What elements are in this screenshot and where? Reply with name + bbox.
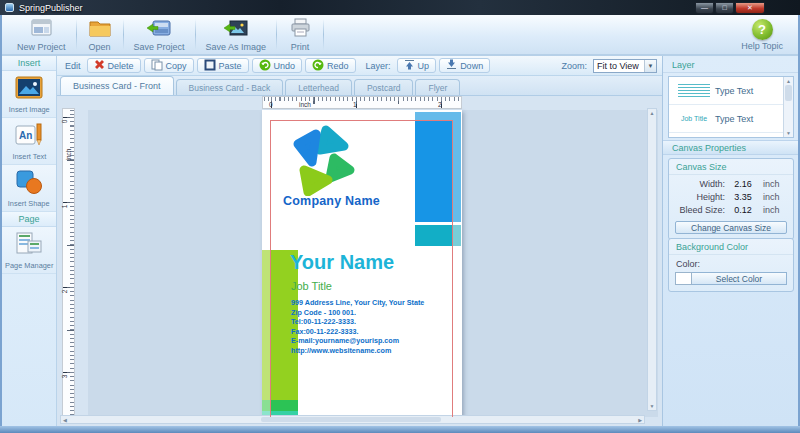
scroll-up-icon[interactable]: ▲ [784,78,793,84]
insert-text-button[interactable]: An Insert Text [2,118,56,165]
print-button[interactable]: Print [278,16,322,53]
canvas-properties-header: Canvas Properties [663,140,798,155]
copy-button[interactable]: Copy [144,58,194,73]
business-card-page[interactable]: Company Name Your Name Job Title 999 Add… [262,110,462,417]
select-color-button[interactable]: Select Color [692,272,787,285]
toolbar-separator [76,19,77,50]
maximize-button[interactable]: □ [715,2,734,14]
scroll-left-icon[interactable]: ◀ [63,417,67,423]
scrollbar-thumb[interactable] [785,85,792,101]
scroll-right-icon[interactable]: ▶ [638,417,642,423]
layer-thumbnail [673,84,715,97]
page-manager-label: Page Manager [5,261,53,269]
scroll-down-icon[interactable]: ▼ [648,403,656,409]
tab-letterhead[interactable]: Letterhead [285,79,352,95]
background-color-swatch[interactable] [675,272,692,285]
insert-text-icon: An [14,122,44,150]
new-project-icon [28,17,54,41]
redo-button[interactable]: Redo [305,58,356,73]
scroll-down-icon[interactable]: ▼ [784,130,793,136]
company-logo[interactable] [288,120,362,200]
delete-label: Delete [108,61,134,71]
bleed-label: Bleed Size: [673,205,725,215]
page-manager-icon [14,231,44,259]
print-label: Print [291,42,310,52]
address-line: Zip Code - 100 001. [291,308,424,318]
toolbar-separator [276,19,277,50]
edit-toolbar: Edit Delete Copy Paste Undo Redo Layer: … [57,56,662,76]
card-blue-rect[interactable] [415,120,453,222]
company-name-text[interactable]: Company Name [283,194,380,208]
scrollbar-thumb[interactable] [261,417,441,422]
scroll-up-icon[interactable]: ▲ [648,110,656,116]
new-project-button[interactable]: New Project [8,16,75,53]
save-project-label: Save Project [134,42,185,52]
vruler-label: inch [65,149,72,161]
tab-flyer[interactable]: Flyer [415,79,460,95]
hruler-label: 0 [269,101,273,108]
help-topic-button[interactable]: ? Help Topic [732,16,792,53]
hruler-label: 2 [438,101,442,108]
address-line: http://www.websitename.com [291,346,424,356]
svg-text:An: An [19,130,32,141]
insert-shape-label: Insert Shape [8,199,50,207]
hruler-label: 1 [353,101,357,108]
main-toolbar: New Project Open Save Project Save As Im… [2,15,798,56]
layer-row[interactable]: Job Title Type Text [669,105,793,133]
insert-section-header: Insert [2,56,56,71]
card-bottom-green[interactable] [270,400,298,411]
tab-postcard[interactable]: Postcard [354,79,414,95]
open-label: Open [89,42,111,52]
help-icon: ? [752,19,773,40]
open-button[interactable]: Open [78,16,122,53]
bleed-unit: inch [761,205,789,215]
design-canvas[interactable]: 0 inch 1 2 0 inch 1 2 3 [57,96,662,425]
vruler-label: 1 [61,205,68,209]
canvas-horizontal-scrollbar[interactable]: ◀ ▶ [60,415,645,424]
card-teal-rect[interactable] [415,225,453,246]
layer-list[interactable]: Type Text Job Title Type Text ▲ ▼ [668,76,794,138]
change-canvas-size-button[interactable]: Change Canvas Size [675,221,787,234]
app-icon [5,3,14,12]
save-as-image-button[interactable]: Save As Image [197,16,276,53]
delete-icon [94,59,105,72]
layer-thumbnail: Job Title [673,115,715,122]
save-project-button[interactable]: Save Project [125,16,194,53]
redo-label: Redo [327,61,349,71]
title-bar: SpringPublisher — □ ✕ [0,0,800,15]
open-folder-icon [87,17,113,41]
tab-business-card-front[interactable]: Business Card - Front [60,76,174,95]
insert-image-icon [14,75,44,103]
minimize-button[interactable]: — [695,2,714,14]
save-project-icon [145,17,173,41]
layer-list-scrollbar[interactable]: ▲ ▼ [783,77,793,137]
right-panel: Layer Type Text Job Title Type Text ▲ ▼ … [662,56,798,426]
layer-down-button[interactable]: Down [439,58,490,73]
zoom-select[interactable]: Fit to View ▼ [593,59,657,73]
canvas-vertical-scrollbar[interactable]: ▲ ▼ [647,108,657,411]
zoom-label: Zoom: [558,61,590,71]
insert-text-label: Insert Text [12,152,46,160]
delete-button[interactable]: Delete [87,58,141,73]
job-title-text[interactable]: Job Title [291,280,332,292]
canvas-size-legend: Canvas Size [669,159,793,175]
left-sidebar: Insert Insert Image An Insert Text Inser… [2,56,57,426]
page-manager-button[interactable]: Page Manager [2,227,56,274]
copy-icon [151,59,163,73]
insert-shape-button[interactable]: Insert Shape [2,165,56,212]
hruler-label: inch [299,101,311,108]
close-button[interactable]: ✕ [735,2,765,14]
layer-label: Layer: [363,61,394,71]
layer-row[interactable]: Type Text [669,77,793,105]
insert-image-button[interactable]: Insert Image [2,71,56,118]
layer-up-button[interactable]: Up [397,58,437,73]
address-text-block[interactable]: 999 Address Line, Your City, Your State … [291,298,424,356]
undo-button[interactable]: Undo [252,58,303,73]
layer-type-label: Type Text [715,86,753,96]
job-title-thumbnail: Job Title [681,115,707,122]
paste-button[interactable]: Paste [197,58,249,73]
new-project-label: New Project [17,42,66,52]
your-name-text[interactable]: Your Name [290,251,394,274]
tab-business-card-back[interactable]: Business Card - Back [176,79,284,95]
width-label: Width: [673,179,725,189]
